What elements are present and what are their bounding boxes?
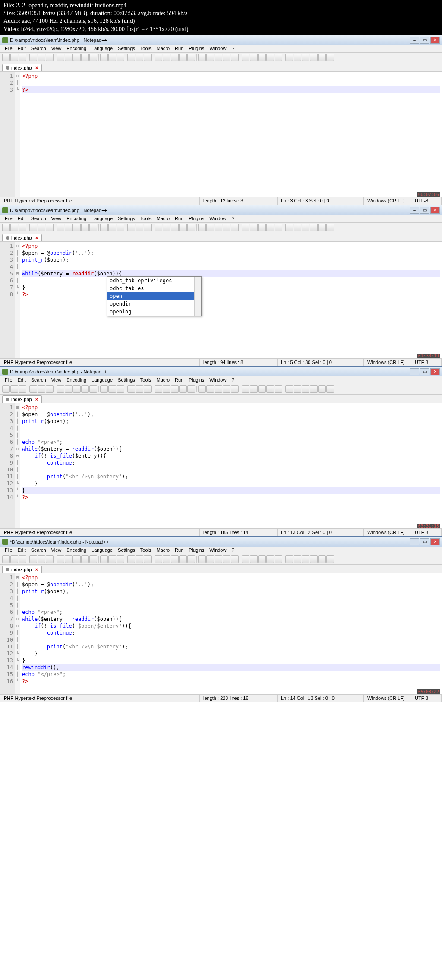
code-area[interactable]: <?php$open = @opendir('..');print_r($ope… (20, 242, 442, 358)
code-line[interactable]: rewinddir(); (22, 664, 440, 671)
maximize-button[interactable]: ▭ (420, 368, 429, 375)
toolbar-button[interactable] (10, 555, 18, 563)
toolbar-button[interactable] (89, 555, 97, 563)
toolbar-button[interactable] (318, 385, 326, 393)
toolbar-button[interactable] (108, 385, 116, 393)
toolbar-button[interactable] (326, 385, 334, 393)
code-line[interactable] (22, 602, 440, 609)
scrollbar[interactable] (194, 277, 201, 316)
tab-close-icon[interactable]: × (35, 567, 38, 572)
minimize-button[interactable]: – (410, 37, 419, 44)
toolbar-button[interactable] (302, 224, 309, 231)
toolbar-button[interactable] (46, 385, 54, 393)
toolbar-button[interactable] (89, 224, 97, 231)
toolbar-button[interactable] (215, 385, 222, 393)
menu-item[interactable]: Plugins (186, 216, 207, 221)
code-editor[interactable]: 12345678⊟│││⊟│└└<?php$open = @opendir('.… (0, 242, 442, 358)
toolbar-button[interactable] (187, 224, 195, 231)
toolbar-button[interactable] (29, 224, 37, 231)
menu-item[interactable]: Run (172, 377, 186, 383)
toolbar-button[interactable] (285, 385, 293, 393)
toolbar-button[interactable] (275, 385, 282, 393)
toolbar-button[interactable] (206, 385, 214, 393)
toolbar-button[interactable] (136, 385, 143, 393)
toolbar-button[interactable] (10, 54, 18, 61)
menu-item[interactable]: Macro (154, 377, 172, 383)
minimize-button[interactable]: – (410, 207, 419, 214)
code-line[interactable]: } (22, 657, 440, 664)
toolbar-button[interactable] (266, 385, 274, 393)
window-titlebar[interactable]: *D:\xampp\htdocs\learn\index.php - Notep… (0, 537, 442, 547)
autocomplete-item[interactable]: odbc_tableprivileges (107, 277, 201, 285)
code-line[interactable]: } (22, 487, 440, 494)
toolbar-button[interactable] (171, 385, 179, 393)
toolbar-button[interactable] (258, 385, 266, 393)
toolbar-button[interactable] (171, 555, 179, 563)
code-line[interactable]: ?> (22, 678, 440, 685)
tab-close-icon[interactable]: × (35, 65, 38, 70)
toolbar-button[interactable] (127, 385, 135, 393)
toolbar-button[interactable] (81, 224, 89, 231)
menu-item[interactable]: Language (89, 547, 115, 553)
code-line[interactable]: while($entery = readdir($open)){ (22, 616, 440, 623)
code-line[interactable]: if(! is_file("$open/$entery")){ (22, 623, 440, 629)
toolbar-button[interactable] (163, 54, 170, 61)
toolbar-button[interactable] (242, 54, 249, 61)
toolbar-button[interactable] (57, 54, 64, 61)
toolbar-button[interactable] (163, 555, 170, 563)
menu-item[interactable]: Run (172, 547, 186, 553)
toolbar-button[interactable] (223, 224, 230, 231)
code-line[interactable]: <?php (22, 243, 440, 250)
code-line[interactable]: continue; (22, 629, 440, 636)
menu-item[interactable]: ? (229, 547, 237, 553)
toolbar-button[interactable] (144, 555, 152, 563)
toolbar-button[interactable] (302, 385, 309, 393)
toolbar-button[interactable] (171, 54, 179, 61)
toolbar-button[interactable] (73, 54, 81, 61)
toolbar-button[interactable] (326, 224, 334, 231)
toolbar-button[interactable] (19, 224, 26, 231)
toolbar-button[interactable] (275, 224, 282, 231)
toolbar-button[interactable] (310, 555, 318, 563)
menu-item[interactable]: Plugins (186, 46, 207, 51)
toolbar-button[interactable] (179, 555, 187, 563)
code-line[interactable]: print("<br />\n $entery"); (22, 643, 440, 650)
code-line[interactable]: <?php (22, 574, 440, 581)
close-button[interactable]: ✕ (430, 37, 440, 44)
toolbar-button[interactable] (198, 54, 206, 61)
toolbar-button[interactable] (231, 54, 239, 61)
menu-item[interactable]: Tools (138, 46, 154, 51)
file-tab[interactable]: index.php × (2, 234, 42, 241)
toolbar-button[interactable] (108, 54, 116, 61)
toolbar-button[interactable] (10, 224, 18, 231)
toolbar-button[interactable] (310, 385, 318, 393)
menu-item[interactable]: Tools (138, 547, 154, 553)
code-editor[interactable]: 123⊟│└<?php?> (0, 72, 442, 197)
menu-item[interactable]: Macro (154, 216, 172, 221)
toolbar-button[interactable] (89, 54, 97, 61)
toolbar-button[interactable] (136, 224, 143, 231)
menu-item[interactable]: Run (172, 46, 186, 51)
toolbar-button[interactable] (38, 54, 45, 61)
toolbar-button[interactable] (198, 385, 206, 393)
toolbar-button[interactable] (127, 224, 135, 231)
maximize-button[interactable]: ▭ (420, 538, 429, 545)
toolbar-button[interactable] (65, 385, 73, 393)
menu-item[interactable]: Macro (154, 46, 172, 51)
toolbar-button[interactable] (117, 224, 124, 231)
toolbar-button[interactable] (155, 224, 162, 231)
toolbar-button[interactable] (242, 555, 249, 563)
autocomplete-popup[interactable]: odbc_tableprivilegesodbc_tablesopenopend… (107, 276, 202, 316)
menu-item[interactable]: Encoding (64, 216, 89, 221)
toolbar-button[interactable] (46, 555, 54, 563)
menu-item[interactable]: View (49, 216, 64, 221)
toolbar-button[interactable] (285, 555, 293, 563)
toolbar-button[interactable] (29, 555, 37, 563)
menu-item[interactable]: Settings (115, 46, 138, 51)
toolbar-button[interactable] (187, 54, 195, 61)
menu-item[interactable]: Tools (138, 216, 154, 221)
toolbar-button[interactable] (117, 385, 124, 393)
toolbar-button[interactable] (2, 385, 10, 393)
toolbar-button[interactable] (250, 555, 258, 563)
code-line[interactable]: } (22, 284, 440, 291)
